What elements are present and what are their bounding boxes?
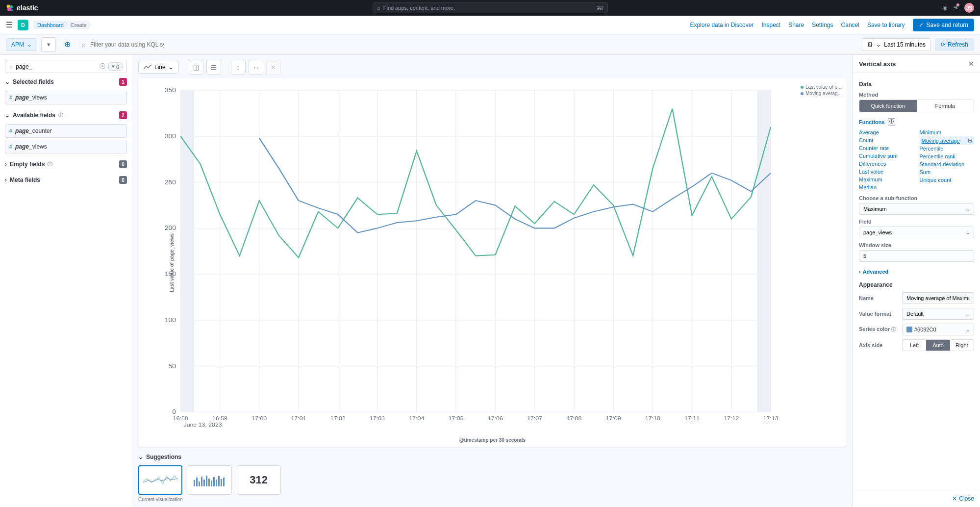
fn-last-value[interactable]: Last value [859, 168, 914, 176]
search-icon: ⌕ [9, 63, 13, 70]
legend-position-button[interactable]: ◫ [189, 60, 203, 75]
time-range-selector[interactable]: 🗓⌄ Last 15 minutes [862, 38, 931, 51]
field-item-page-counter[interactable]: # page_counter [5, 124, 127, 138]
fn-counter-rate[interactable]: Counter rate [859, 144, 914, 152]
fn-sum[interactable]: Sum [920, 168, 975, 176]
field-item-page-views[interactable]: # page_views [5, 91, 127, 104]
svg-rect-66 [221, 479, 222, 486]
fn-percentile[interactable]: Percentile [920, 145, 975, 152]
suggestions-header[interactable]: ⌄ Suggestions [138, 452, 847, 462]
fn-average[interactable]: Average [859, 128, 914, 136]
svg-text:17:07: 17:07 [527, 415, 542, 421]
info-icon[interactable]: ⓘ [48, 161, 52, 168]
close-icon[interactable]: ✕ [968, 60, 974, 68]
save-return-button[interactable]: ✓ Save and return [913, 19, 974, 31]
window-size-input[interactable] [859, 250, 974, 262]
refresh-icon: ⟳ [941, 41, 946, 48]
fn-unique-count[interactable]: Unique count [920, 176, 975, 184]
suggestion-metric[interactable]: 312 [237, 465, 281, 495]
share-link[interactable]: Share [788, 22, 804, 28]
fn-maximum[interactable]: Maximum [859, 176, 914, 183]
available-fields-header[interactable]: ⌄ Available fields ⓘ 2 [5, 106, 127, 122]
save-library-link[interactable]: Save to library [867, 22, 905, 28]
kql-input[interactable] [78, 41, 164, 48]
cancel-link[interactable]: Cancel [841, 22, 859, 28]
chevron-down-icon: ⌄ [27, 41, 32, 48]
breadcrumb-dashboard[interactable]: Dashboard [33, 21, 69, 29]
fn-differences[interactable]: Differences [859, 160, 914, 168]
line-preview-icon [143, 473, 177, 487]
axis-auto[interactable]: Auto [926, 340, 950, 351]
series-color-select[interactable]: #6092C0 [902, 324, 974, 335]
settings-link[interactable]: Settings [812, 22, 833, 28]
field-filter-button[interactable]: ▾ 0 [108, 62, 123, 71]
meta-fields-header[interactable]: › Meta fields 0 [5, 171, 127, 187]
advanced-toggle[interactable]: › Advanced [859, 269, 974, 275]
fn-percentile-rank[interactable]: Percentile rank [920, 152, 975, 160]
fn-count[interactable]: Count [859, 136, 914, 144]
svg-rect-67 [223, 478, 225, 486]
fn-minimum[interactable]: Minimum [920, 128, 975, 136]
legend-config-button[interactable]: ☰ [206, 60, 221, 75]
horizontal-axis-button[interactable]: ↔ [249, 60, 263, 75]
appearance-section-title: Appearance [859, 281, 974, 288]
clear-icon[interactable]: ⓧ [100, 62, 105, 71]
elastic-logo[interactable]: elastic [6, 4, 38, 12]
info-icon[interactable]: ⓘ [58, 112, 63, 119]
brand-name: elastic [17, 4, 38, 12]
field-search[interactable]: ⌕ ⓧ ▾ 0 [5, 60, 127, 73]
method-quick-function[interactable]: Quick function [859, 100, 917, 112]
nav-toggle-icon[interactable]: ☰ [6, 20, 13, 29]
field-select[interactable] [859, 227, 974, 238]
metric-value: 312 [250, 474, 268, 486]
axis-right[interactable]: Right [950, 340, 974, 351]
field-item-page-views-2[interactable]: # page_views [5, 140, 127, 153]
svg-text:17:13: 17:13 [763, 415, 779, 421]
svg-text:17:12: 17:12 [724, 415, 739, 421]
window-size-label: Window size [859, 242, 974, 248]
info-icon[interactable]: ⓘ [891, 327, 896, 332]
empty-count-badge: 0 [119, 160, 127, 168]
suggestion-current[interactable] [138, 465, 182, 495]
field-label: Field [859, 219, 974, 225]
close-icon: ✕ [952, 495, 957, 502]
info-icon[interactable]: ⓕ [888, 118, 895, 126]
inspect-link[interactable]: Inspect [761, 22, 780, 28]
svg-text:200: 200 [165, 225, 176, 231]
filter-menu-button[interactable]: ▾ [41, 37, 56, 52]
chart-type-selector[interactable]: Line ⌄ [138, 61, 179, 74]
svg-text:17:00: 17:00 [251, 415, 267, 421]
space-selector[interactable]: D [18, 20, 28, 30]
suggestion-bar[interactable] [188, 465, 232, 495]
fn-std-dev[interactable]: Standard deviation [920, 160, 975, 168]
fn-moving-average[interactable]: Moving average⊟ [920, 136, 975, 145]
functions-grid: Average Count Counter rate Cumulative su… [859, 128, 974, 191]
selected-fields-header[interactable]: ⌄ Selected fields 1 [5, 73, 127, 89]
method-label: Method [859, 92, 974, 98]
empty-fields-header[interactable]: › Empty fields ⓘ 0 [5, 155, 127, 171]
method-formula[interactable]: Formula [917, 100, 974, 112]
explore-discover-link[interactable]: Explore data in Discover [690, 22, 754, 28]
add-filter-button[interactable]: ⊕ [60, 37, 75, 52]
value-format-select[interactable] [902, 308, 974, 320]
svg-text:16:59: 16:59 [212, 415, 227, 421]
user-avatar[interactable]: JS [964, 3, 974, 13]
axis-left[interactable]: Left [903, 340, 926, 351]
field-search-input[interactable] [16, 63, 97, 70]
newsfeed-icon[interactable]: ⚞ [953, 4, 958, 11]
dataview-selector[interactable]: APM ⌄ [6, 38, 37, 51]
series-name-input[interactable] [902, 292, 974, 304]
refresh-button[interactable]: ⟳ Refresh [935, 38, 974, 51]
x-axis-label: @timestamp per 30 seconds [459, 437, 526, 443]
vertical-axis-button[interactable]: ↕ [231, 60, 246, 75]
fn-median[interactable]: Median [859, 183, 914, 191]
help-icon[interactable]: ⊟ [968, 137, 972, 144]
svg-rect-5 [757, 90, 771, 412]
subfunction-select[interactable] [859, 203, 974, 215]
close-flyout-button[interactable]: ✕ Close [952, 495, 974, 502]
global-search[interactable]: ⌕ Find apps, content, and more. ⌘/ [373, 2, 608, 13]
help-icon[interactable]: ◉ [942, 4, 947, 11]
chart-canvas: Last value of page_views Last value of p… [138, 78, 847, 447]
format-label: Value format [859, 311, 898, 317]
fn-cumulative-sum[interactable]: Cumulative sum [859, 152, 914, 160]
